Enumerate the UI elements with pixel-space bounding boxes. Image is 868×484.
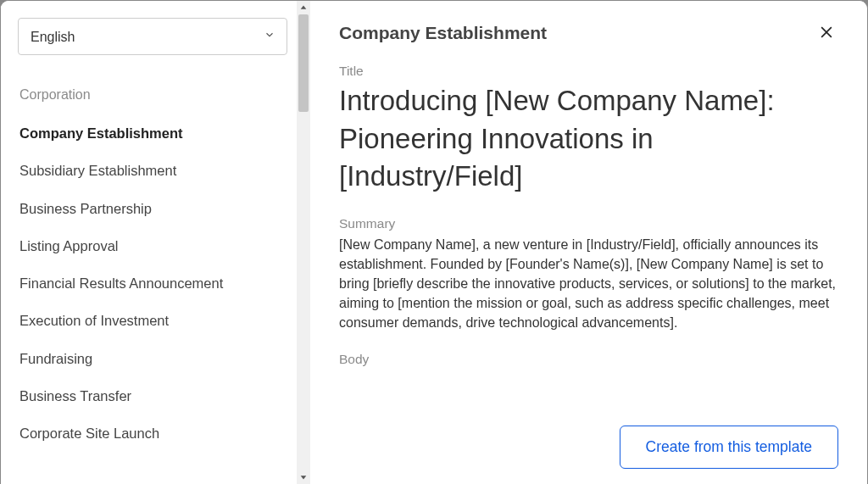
sidebar-item-business-partnership[interactable]: Business Partnership xyxy=(18,190,298,227)
scrollbar-track[interactable] xyxy=(297,14,310,470)
sidebar-item-fundraising[interactable]: Fundraising xyxy=(18,340,298,377)
sidebar-item-label: Business Partnership xyxy=(19,201,152,216)
create-from-template-button[interactable]: Create from this template xyxy=(620,426,838,469)
template-dialog: English Corporation Company Establishmen… xyxy=(0,0,868,484)
language-select[interactable]: English xyxy=(18,18,287,55)
template-nav: Company Establishment Subsidiary Establi… xyxy=(18,114,298,452)
sidebar-item-label: Execution of Investment xyxy=(19,313,169,328)
scroll-up-icon[interactable] xyxy=(297,1,310,14)
sidebar-item-label: Fundraising xyxy=(19,351,92,366)
action-bar: Create from this template xyxy=(339,426,838,469)
sidebar-item-label: Corporate Site Launch xyxy=(19,426,159,441)
scrollbar-thumb[interactable] xyxy=(298,14,309,112)
sidebar-item-company-establishment[interactable]: Company Establishment xyxy=(18,114,298,152)
section-label: Corporation xyxy=(18,87,298,103)
preview-heading: Company Establishment xyxy=(339,23,547,43)
close-button[interactable] xyxy=(815,21,838,45)
title-label: Title xyxy=(339,64,838,79)
scrollbar[interactable] xyxy=(297,1,310,484)
sidebar-item-label: Business Transfer xyxy=(19,388,131,403)
svg-marker-1 xyxy=(301,476,307,479)
sidebar-item-corporate-site-launch[interactable]: Corporate Site Launch xyxy=(18,414,298,452)
sidebar-item-label: Listing Approval xyxy=(19,238,119,253)
sidebar-item-business-transfer[interactable]: Business Transfer xyxy=(18,377,298,414)
sidebar-item-execution-of-investment[interactable]: Execution of Investment xyxy=(18,302,298,339)
language-select-wrap: English xyxy=(18,18,287,55)
svg-marker-0 xyxy=(301,6,307,9)
sidebar-item-label: Company Establishment xyxy=(19,125,183,141)
title-text: Introducing [New Company Name]: Pioneeri… xyxy=(339,82,838,196)
summary-label: Summary xyxy=(339,216,838,231)
body-label: Body xyxy=(339,352,838,367)
sidebar-content: English Corporation Company Establishmen… xyxy=(1,1,310,484)
sidebar-item-label: Financial Results Announcement xyxy=(19,275,223,291)
summary-text: [New Company Name], a new venture in [In… xyxy=(339,235,838,333)
sidebar-item-financial-results-announcement[interactable]: Financial Results Announcement xyxy=(18,264,298,302)
preview-header: Company Establishment xyxy=(339,21,838,45)
scroll-down-icon[interactable] xyxy=(297,470,310,484)
sidebar-item-label: Subsidiary Establishment xyxy=(19,163,176,178)
sidebar-item-listing-approval[interactable]: Listing Approval xyxy=(18,227,298,264)
sidebar: English Corporation Company Establishmen… xyxy=(1,1,310,484)
close-icon xyxy=(818,24,835,43)
sidebar-item-subsidiary-establishment[interactable]: Subsidiary Establishment xyxy=(18,152,298,189)
template-preview: Company Establishment Title Introducing … xyxy=(310,1,867,484)
